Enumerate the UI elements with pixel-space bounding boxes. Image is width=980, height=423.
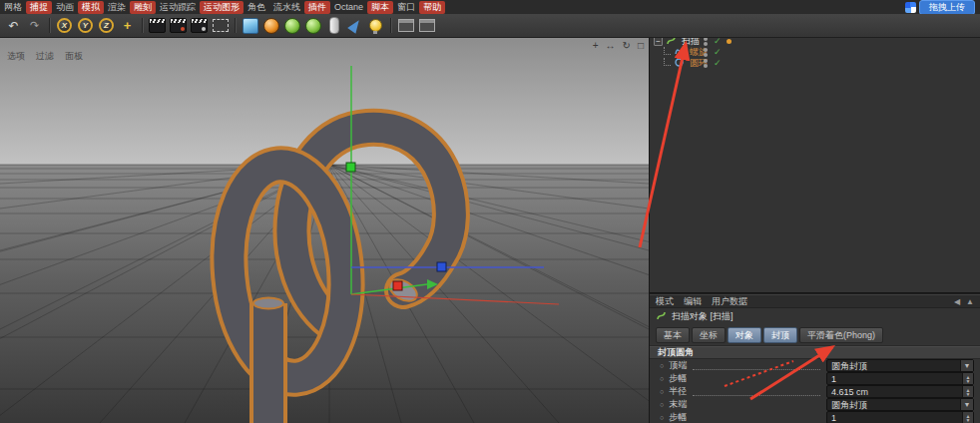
menu-item[interactable]: 窗口: [393, 1, 419, 14]
keyframe-dot-icon[interactable]: ○: [660, 375, 664, 382]
visibility-dots[interactable]: [704, 37, 708, 46]
tree-branch-icon: [664, 47, 671, 55]
menu-item[interactable]: 模拟: [78, 1, 104, 14]
menu-item[interactable]: 雕刻: [130, 1, 156, 14]
menu-item[interactable]: 插件: [304, 1, 330, 14]
spinner-icon[interactable]: ▲▼: [962, 412, 973, 423]
viewport-menu-item[interactable]: 选项: [7, 50, 25, 63]
toolbar: ↶ ↷ X Y Z +: [0, 14, 980, 38]
property-label: 半径: [669, 385, 687, 398]
keyframe-dot-icon[interactable]: ○: [660, 388, 664, 395]
menu-item[interactable]: Octane: [330, 1, 367, 14]
menu-item[interactable]: 流水线: [269, 1, 304, 14]
am-menu-item[interactable]: 用户数据: [712, 295, 747, 308]
tree-branch-icon: [664, 58, 671, 66]
right-panel: 文件 编辑 查看 对象 标签 书签 − 扫描 ✓: [649, 14, 980, 423]
keyframe-dot-icon[interactable]: ○: [660, 414, 664, 421]
keyframe-dot-icon[interactable]: ○: [660, 362, 664, 369]
render-settings-icon[interactable]: [190, 16, 209, 35]
x-axis-lock-icon[interactable]: X: [55, 16, 74, 35]
window-layout2-icon[interactable]: [417, 16, 436, 35]
attribute-tabs: 基本 坐标 对象 封顶 平滑着色(Phong): [650, 324, 980, 346]
viewport-canvas[interactable]: 选项 过滤 面板 + ↔ ↻ □: [0, 38, 649, 423]
circle-spline-icon: [674, 57, 685, 70]
history-back-icon[interactable]: ◀: [954, 297, 960, 306]
tab-phong[interactable]: 平滑着色(Phong): [799, 327, 883, 343]
chevron-down-icon[interactable]: ▼: [960, 399, 973, 410]
visibility-dots[interactable]: [704, 59, 708, 68]
menu-item[interactable]: 帮助: [419, 1, 445, 14]
interactive-render-region-icon[interactable]: [211, 16, 230, 35]
menu-item[interactable]: 脚本: [367, 1, 393, 14]
coordinate-system-icon[interactable]: +: [118, 16, 137, 35]
chevron-down-icon[interactable]: ▼: [960, 360, 973, 371]
tab-basic[interactable]: 基本: [656, 327, 690, 343]
expand-toggle-icon[interactable]: −: [654, 37, 663, 46]
maximize-icon[interactable]: □: [638, 40, 644, 51]
end-cap-dropdown[interactable]: 圆角封顶 ▼: [826, 398, 974, 411]
mograph-sphere-icon[interactable]: [282, 16, 301, 35]
octane-cube-icon[interactable]: [241, 16, 259, 35]
spline-pen-icon[interactable]: [345, 16, 364, 35]
rotate-icon[interactable]: ↻: [623, 40, 631, 51]
undo-icon[interactable]: ↶: [4, 16, 23, 35]
property-row-steps: ○ 步幅 1 ▲▼: [650, 372, 980, 385]
enabled-check-icon[interactable]: ✓: [714, 47, 722, 57]
steps-input[interactable]: 1 ▲▼: [826, 372, 974, 385]
attribute-manager-menubar: 模式 编辑 用户数据 ◀ ▲: [650, 295, 980, 308]
pan-icon[interactable]: +: [593, 40, 599, 51]
tab-coords[interactable]: 坐标: [692, 327, 726, 343]
object-row-circle[interactable]: 圆环 ✓: [654, 58, 977, 69]
section-header[interactable]: 封顶圆角: [650, 346, 980, 359]
am-menu-item[interactable]: 模式: [656, 295, 674, 308]
property-label: 末端: [669, 398, 687, 411]
deformer-sphere-icon[interactable]: [303, 16, 322, 35]
menu-item[interactable]: 运动图形: [200, 1, 244, 14]
object-manager-tree[interactable]: − 扫描 ✓ 螺旋 ✓: [650, 26, 980, 291]
coil-stub: [253, 298, 283, 423]
z-axis-lock-icon[interactable]: Z: [97, 16, 116, 35]
start-cap-dropdown[interactable]: 圆角封顶 ▼: [826, 359, 974, 372]
material-sphere-icon[interactable]: [261, 16, 280, 35]
attribute-title-row: 扫描对象 [扫描]: [650, 308, 980, 324]
upload-button[interactable]: 拖拽上传: [919, 0, 975, 15]
keyframe-dot-icon[interactable]: ○: [660, 401, 664, 408]
visibility-dots[interactable]: [704, 48, 708, 57]
tab-caps[interactable]: 封顶: [763, 327, 797, 343]
zoom-icon[interactable]: ↔: [606, 40, 616, 51]
layer-tag-icon[interactable]: [727, 39, 732, 44]
window-layout-icon[interactable]: [396, 16, 415, 35]
attribute-manager: 模式 编辑 用户数据 ◀ ▲ 扫描对象 [扫描] 基本 坐标 对象 封顶 平滑: [650, 295, 980, 423]
menu-item[interactable]: 动画: [52, 1, 78, 14]
steps2-input[interactable]: 1 ▲▼: [826, 411, 974, 423]
spinner-icon[interactable]: ▲▼: [962, 373, 973, 384]
radius-input[interactable]: 4.615 cm ▲▼: [826, 385, 974, 398]
x-axis-handle[interactable]: [437, 262, 446, 271]
menu-item[interactable]: 网格: [0, 1, 26, 14]
menu-item[interactable]: 运动跟踪: [156, 1, 200, 14]
sweep-object-icon: [656, 310, 667, 323]
lock-panel-icon[interactable]: ▲: [966, 297, 974, 306]
render-view-icon[interactable]: [148, 16, 167, 35]
capsule-primitive-icon[interactable]: [324, 16, 343, 35]
menu-item[interactable]: 捕捉: [26, 1, 52, 14]
menu-item[interactable]: 角色: [244, 1, 269, 14]
point-handle[interactable]: [393, 281, 402, 290]
tab-object[interactable]: 对象: [728, 327, 761, 343]
spinner-icon[interactable]: ▲▼: [962, 386, 973, 397]
attribute-title: 扫描对象 [扫描]: [672, 310, 734, 323]
enabled-check-icon[interactable]: ✓: [714, 58, 722, 68]
render-picture-viewer-icon[interactable]: [169, 16, 188, 35]
y-axis-lock-icon[interactable]: Y: [76, 16, 95, 35]
light-icon[interactable]: [366, 16, 385, 35]
property-label: 步幅: [669, 372, 687, 385]
menu-item[interactable]: 渲染: [104, 1, 130, 14]
redo-icon[interactable]: ↷: [25, 16, 44, 35]
am-menu-item[interactable]: 编辑: [684, 295, 702, 308]
viewport-nav: + ↔ ↻ □: [593, 40, 644, 51]
property-label: 顶端: [669, 359, 687, 372]
y-axis-handle[interactable]: [346, 163, 355, 172]
cinema4d-window: 网格 捕捉 动画 模拟 渲染 雕刻 运动跟踪 运动图形 角色 流水线 插件 Oc…: [0, 0, 980, 423]
viewport-menu-item[interactable]: 面板: [65, 50, 83, 63]
viewport-menu-item[interactable]: 过滤: [36, 50, 54, 63]
